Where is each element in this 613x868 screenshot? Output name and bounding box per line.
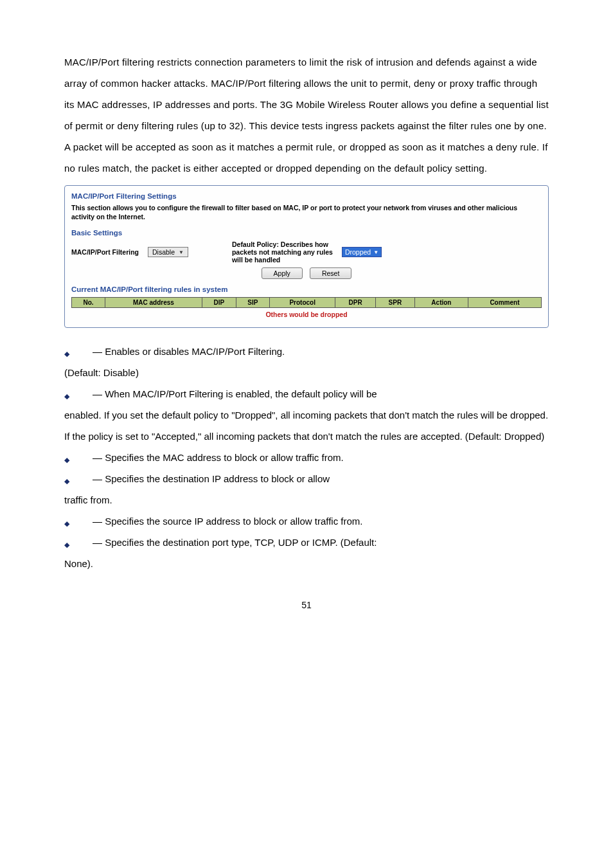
bullet-icon: ◆ (64, 452, 69, 467)
filtering-select-value: Disable (152, 248, 175, 256)
col-action: Action (414, 298, 468, 308)
apply-button[interactable]: Apply (262, 267, 303, 279)
bullet-icon: ◆ (64, 516, 69, 531)
page-number: 51 (64, 600, 549, 610)
col-dip: DIP (202, 298, 236, 308)
policy-select-value: Dropped (345, 248, 371, 256)
chevron-down-icon: ▼ (179, 249, 184, 255)
intro-paragraph: MAC/IP/Port filtering restricts connecti… (64, 51, 549, 179)
col-mac: MAC address (105, 298, 202, 308)
reset-button[interactable]: Reset (310, 267, 351, 279)
policy-select[interactable]: Dropped ▼ (342, 247, 382, 257)
col-comment: Comment (468, 298, 541, 308)
filtering-label: MAC/IP/Port Filtering (71, 248, 139, 256)
bullet-4-after: traffic from. (64, 489, 549, 511)
col-protocol: Protocol (269, 298, 335, 308)
filtering-select[interactable]: Disable ▼ (148, 247, 188, 257)
bullet-1-text: — Enables or disables MAC/IP/Port Filter… (93, 341, 549, 362)
bullet-2-text: — When MAC/IP/Port Filtering is enabled,… (93, 383, 549, 404)
rules-table: No. MAC address DIP SIP Protocol DPR SPR… (71, 297, 542, 308)
settings-desc: This section allows you to configure the… (71, 204, 542, 221)
bullet-6-text: — Specifies the destination port type, T… (93, 532, 549, 553)
col-sip: SIP (236, 298, 269, 308)
bullet-icon: ◆ (64, 388, 69, 404)
settings-title: MAC/IP/Port Filtering Settings (71, 192, 542, 200)
bullet-2-cont: enabled. If you set the default policy t… (64, 404, 549, 447)
current-rules-heading: Current MAC/IP/Port filtering rules in s… (71, 285, 542, 293)
table-header-row: No. MAC address DIP SIP Protocol DPR SPR… (72, 298, 542, 308)
col-dpr: DPR (335, 298, 375, 308)
col-no: No. (72, 298, 105, 308)
bullet-5-text: — Specifies the source IP address to blo… (93, 511, 549, 532)
default-policy-text: Default Policy: Describes how packets no… (232, 240, 333, 264)
bullet-1-after: (Default: Disable) (64, 362, 549, 383)
col-spr: SPR (375, 298, 414, 308)
basic-settings-heading: Basic Settings (71, 229, 542, 237)
bullet-icon: ◆ (64, 473, 69, 489)
chevron-down-icon: ▼ (373, 249, 378, 255)
bullet-icon: ◆ (64, 537, 69, 552)
bullet-4-text: — Specifies the destination IP address t… (93, 468, 549, 489)
bullet-icon: ◆ (64, 346, 69, 361)
settings-panel: MAC/IP/Port Filtering Settings This sect… (64, 185, 549, 328)
others-dropped-text: Others would be dropped (71, 311, 542, 318)
bullet-6-after: None). (64, 553, 549, 574)
bullet-3-text: — Specifies the MAC address to block or … (93, 447, 549, 468)
